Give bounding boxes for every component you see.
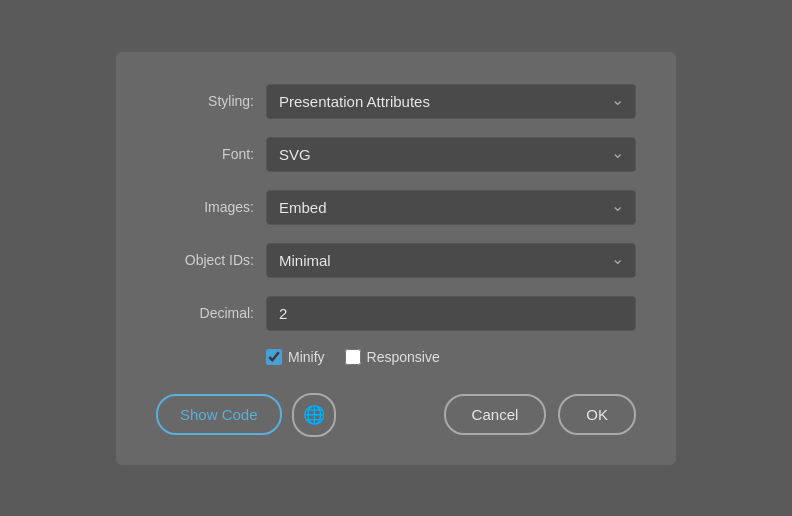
- globe-icon: 🌐: [303, 404, 325, 426]
- globe-button[interactable]: 🌐: [292, 393, 336, 437]
- responsive-label[interactable]: Responsive: [367, 349, 440, 365]
- responsive-checkbox-item[interactable]: Responsive: [345, 349, 440, 365]
- minify-label[interactable]: Minify: [288, 349, 325, 365]
- responsive-checkbox[interactable]: [345, 349, 361, 365]
- objectids-row: Object IDs: Minimal None All: [156, 243, 636, 278]
- button-row: Show Code 🌐 Cancel OK: [156, 393, 636, 437]
- images-select[interactable]: Embed Link None: [266, 190, 636, 225]
- minify-checkbox[interactable]: [266, 349, 282, 365]
- objectids-select[interactable]: Minimal None All: [266, 243, 636, 278]
- font-select-wrapper: SVG Convert to Outlines None: [266, 137, 636, 172]
- images-select-wrapper: Embed Link None: [266, 190, 636, 225]
- styling-row: Styling: Presentation Attributes CSS Att…: [156, 84, 636, 119]
- styling-select[interactable]: Presentation Attributes CSS Attributes S…: [266, 84, 636, 119]
- decimal-label: Decimal:: [156, 305, 266, 321]
- checkboxes-row: Minify Responsive: [266, 349, 636, 365]
- show-code-button[interactable]: Show Code: [156, 394, 282, 435]
- images-row: Images: Embed Link None: [156, 190, 636, 225]
- button-row-right: Cancel OK: [444, 394, 636, 435]
- minify-checkbox-item[interactable]: Minify: [266, 349, 325, 365]
- images-label: Images:: [156, 199, 266, 215]
- styling-select-wrapper: Presentation Attributes CSS Attributes S…: [266, 84, 636, 119]
- cancel-button[interactable]: Cancel: [444, 394, 547, 435]
- dialog-container: Styling: Presentation Attributes CSS Att…: [116, 52, 676, 465]
- font-row: Font: SVG Convert to Outlines None: [156, 137, 636, 172]
- font-select[interactable]: SVG Convert to Outlines None: [266, 137, 636, 172]
- decimal-input[interactable]: [266, 296, 636, 331]
- font-label: Font:: [156, 146, 266, 162]
- objectids-select-wrapper: Minimal None All: [266, 243, 636, 278]
- ok-button[interactable]: OK: [558, 394, 636, 435]
- objectids-label: Object IDs:: [156, 252, 266, 268]
- styling-label: Styling:: [156, 93, 266, 109]
- button-row-left: Show Code 🌐: [156, 393, 336, 437]
- decimal-row: Decimal:: [156, 296, 636, 331]
